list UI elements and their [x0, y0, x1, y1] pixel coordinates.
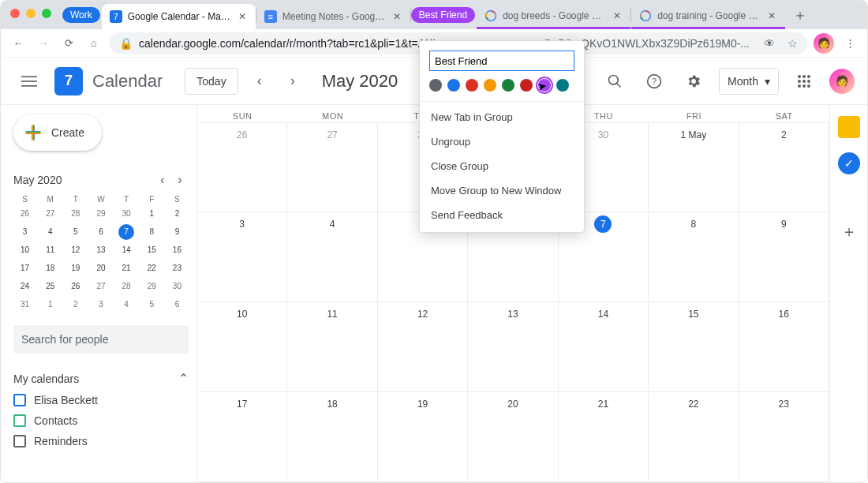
day-cell[interactable]: 2 [739, 122, 829, 212]
day-cell[interactable]: 20 [468, 392, 558, 482]
mini-day[interactable]: 17 [13, 260, 36, 276]
day-cell[interactable]: 3 [197, 212, 287, 302]
mini-day[interactable]: 31 [13, 297, 36, 313]
mini-day[interactable]: 22 [140, 260, 163, 276]
mini-day[interactable]: 24 [13, 279, 36, 294]
mini-day[interactable]: 11 [39, 242, 62, 258]
mini-day[interactable]: 28 [64, 206, 87, 222]
calendar-checkbox-row[interactable]: Elisa Beckett [13, 394, 189, 406]
nav-back-icon[interactable]: ← [9, 34, 28, 53]
tab-group-chip-bestfriend[interactable]: Best Friend [411, 7, 475, 23]
tab-group-chip-work[interactable]: Work [62, 7, 100, 23]
mini-day[interactable]: 5 [64, 224, 87, 240]
group-color-option[interactable] [429, 79, 442, 92]
day-cell[interactable]: 17 [197, 392, 287, 482]
checkbox-icon[interactable] [13, 435, 26, 447]
mini-day[interactable]: 29 [89, 206, 112, 222]
checkbox-icon[interactable] [13, 414, 26, 427]
create-button[interactable]: Create [13, 114, 102, 151]
tab-dog-breeds[interactable]: dog breeds - Google Searc ✕ [477, 4, 630, 29]
tab-group-name-input[interactable] [429, 51, 574, 71]
mini-day[interactable]: 27 [89, 279, 112, 294]
next-month-icon[interactable]: › [281, 69, 305, 93]
mini-day[interactable]: 23 [166, 260, 189, 276]
group-color-option[interactable] [484, 79, 496, 92]
mini-day[interactable]: 18 [39, 260, 62, 276]
mini-day[interactable]: 30 [166, 279, 189, 294]
close-tab-icon[interactable]: ✕ [391, 11, 402, 22]
mini-day[interactable]: 16 [166, 242, 189, 258]
mini-day[interactable]: 15 [140, 242, 163, 258]
mini-day[interactable]: 26 [13, 206, 36, 222]
mini-day[interactable]: 8 [140, 224, 163, 240]
mini-day[interactable]: 25 [39, 279, 62, 294]
day-cell[interactable]: 19 [378, 392, 468, 482]
reload-icon[interactable]: ⟳ [59, 34, 78, 53]
close-tab-icon[interactable]: ✕ [766, 10, 777, 21]
prev-month-icon[interactable]: ‹ [248, 69, 271, 93]
calendar-checkbox-row[interactable]: Reminders [13, 435, 189, 447]
day-cell[interactable]: 27 [287, 122, 377, 212]
day-cell[interactable]: 22 [649, 392, 739, 482]
tasks-icon[interactable]: ✓ [838, 152, 860, 174]
day-cell[interactable]: 4 [287, 212, 377, 302]
day-cell[interactable]: 15 [649, 302, 739, 392]
group-menu-item[interactable]: Send Feedback [420, 203, 584, 227]
close-window-icon[interactable] [10, 9, 20, 18]
group-color-option[interactable] [447, 79, 460, 92]
mini-prev-icon[interactable]: ‹ [154, 171, 171, 189]
profile-avatar-icon[interactable]: 🧑 [814, 33, 834, 54]
calendar-checkbox-row[interactable]: Contacts [13, 414, 189, 427]
help-icon[interactable]: ? [640, 67, 668, 95]
mini-day[interactable]: 9 [166, 224, 189, 240]
group-color-option[interactable] [466, 79, 478, 92]
new-tab-button[interactable]: ＋ [790, 5, 810, 25]
day-cell[interactable]: 13 [468, 302, 558, 392]
mini-day[interactable]: 21 [115, 260, 138, 276]
mini-day[interactable]: 2 [166, 206, 189, 222]
day-cell[interactable]: 9 [739, 212, 829, 302]
mini-day[interactable]: 20 [89, 260, 112, 276]
mini-day[interactable]: 10 [13, 242, 36, 258]
mini-day[interactable]: 6 [89, 224, 112, 240]
mini-day[interactable]: 3 [89, 297, 112, 313]
close-tab-icon[interactable]: ✕ [612, 10, 623, 21]
eye-icon[interactable]: 👁 [764, 37, 775, 50]
mini-day[interactable]: 27 [39, 206, 62, 222]
mini-day[interactable]: 7 [118, 224, 134, 240]
mini-day[interactable]: 13 [89, 242, 112, 258]
keep-icon[interactable] [838, 116, 860, 138]
tab-calendar[interactable]: 7 Google Calendar - May 202 ✕ [102, 4, 256, 29]
day-cell[interactable]: 11 [287, 302, 377, 392]
day-cell[interactable]: 10 [197, 302, 287, 392]
day-cell[interactable]: 16 [739, 302, 829, 392]
mini-day[interactable]: 4 [115, 297, 138, 313]
mini-day[interactable]: 28 [115, 279, 138, 294]
mini-day[interactable]: 29 [140, 279, 163, 294]
hamburger-menu-icon[interactable] [13, 66, 45, 97]
day-cell[interactable]: 1 May [649, 122, 739, 212]
mini-day[interactable]: 4 [39, 224, 62, 240]
mini-day[interactable]: 14 [115, 242, 138, 258]
mini-day[interactable]: 5 [140, 297, 163, 313]
account-avatar-icon[interactable]: 🧑 [829, 69, 855, 94]
close-tab-icon[interactable]: ✕ [237, 11, 248, 22]
group-color-option[interactable] [520, 79, 533, 92]
mini-day[interactable]: 30 [115, 206, 138, 222]
star-icon[interactable]: ☆ [788, 37, 798, 50]
minimize-window-icon[interactable] [26, 9, 36, 18]
apps-grid-icon[interactable] [790, 67, 818, 95]
mini-day[interactable]: 19 [64, 260, 87, 276]
day-cell[interactable]: 12 [378, 302, 468, 392]
fullscreen-window-icon[interactable] [42, 9, 51, 18]
tab-docs[interactable]: ≡ Meeting Notes - Google Do ✕ [256, 4, 410, 29]
group-menu-item[interactable]: Close Group [420, 154, 584, 178]
checkbox-icon[interactable] [13, 394, 26, 406]
group-menu-item[interactable]: New Tab in Group [420, 105, 584, 129]
mini-next-icon[interactable]: › [171, 171, 189, 189]
view-select[interactable]: Month ▾ [719, 68, 779, 95]
mini-day[interactable]: 1 [140, 206, 163, 222]
mini-day[interactable]: 3 [13, 224, 36, 240]
day-cell[interactable]: 8 [649, 212, 739, 302]
group-menu-item[interactable]: Move Group to New Window [420, 178, 584, 203]
